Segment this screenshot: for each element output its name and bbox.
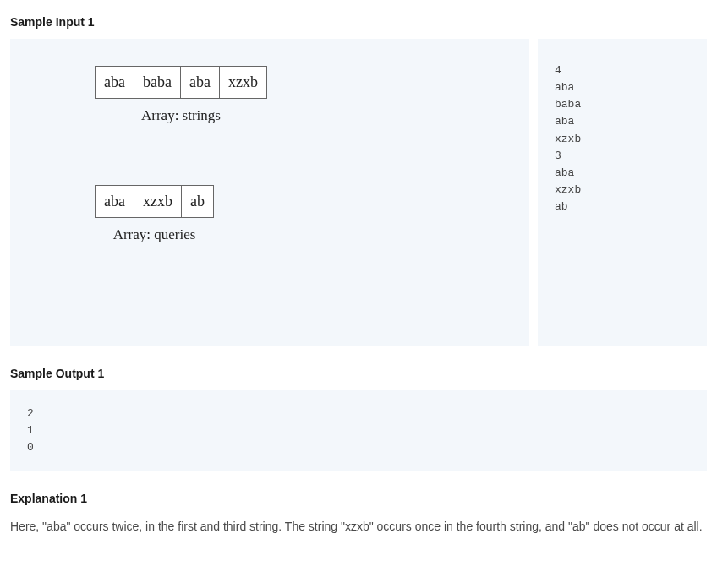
array-cell: aba [96,67,134,98]
array-cell: aba [181,67,220,98]
diagram-panel: aba baba aba xzxb Array: strings aba xzx… [10,39,529,346]
array-block-strings: aba baba aba xzxb Array: strings [95,66,267,124]
sample-output-heading: Sample Output 1 [10,367,707,380]
array-cell: xzxb [134,186,182,217]
input-panel: 4 aba baba aba xzxb 3 aba xzxb ab [538,39,707,346]
array-block-queries: aba xzxb ab Array: queries [95,185,214,243]
array-cell: aba [96,186,134,217]
array-cell: ab [182,186,213,217]
array-caption-strings: Array: strings [141,107,221,124]
output-panel: 2 1 0 [10,390,707,471]
array-cells-strings: aba baba aba xzxb [95,66,267,99]
array-cell: baba [134,67,181,98]
array-cell: xzxb [220,67,266,98]
array-caption-queries: Array: queries [113,226,196,243]
array-cells-queries: aba xzxb ab [95,185,214,218]
explanation-heading: Explanation 1 [10,492,707,505]
sample-input-heading: Sample Input 1 [10,15,707,29]
sample-input-row: aba baba aba xzxb Array: strings aba xzx… [10,39,707,346]
explanation-text: Here, "aba" occurs twice, in the first a… [10,515,707,538]
